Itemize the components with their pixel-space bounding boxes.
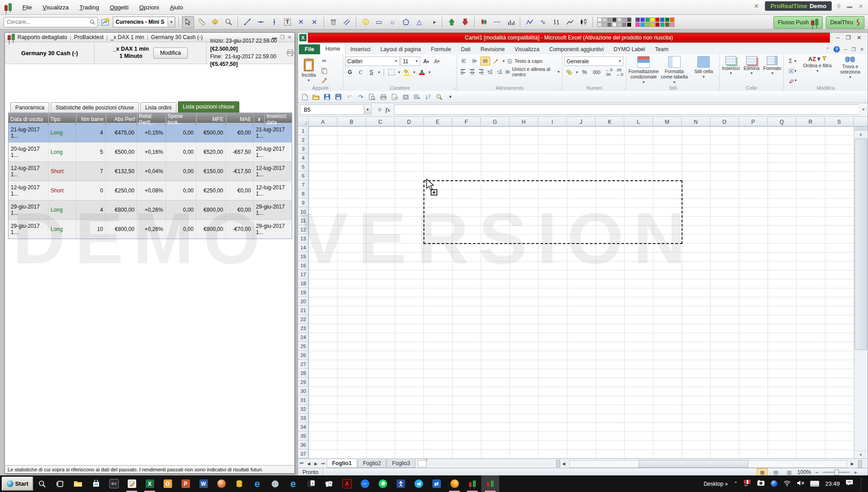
wave-tool[interactable]: ∿	[537, 16, 549, 28]
tab-visualizza[interactable]: Visualizza	[510, 44, 544, 54]
search-box[interactable]	[4, 17, 98, 27]
font-color-button[interactable]: A	[417, 68, 427, 77]
ellipse-tool[interactable]: ○	[386, 16, 398, 28]
app-grid-tray-icon[interactable]: 1A+	[743, 479, 751, 488]
firefox-icon[interactable]	[445, 475, 463, 492]
telegram-icon[interactable]	[410, 475, 428, 492]
color-swatch[interactable]	[670, 17, 674, 22]
color-swatch[interactable]	[622, 22, 626, 27]
row-header-21[interactable]: 21	[298, 306, 309, 315]
zigzag-tool[interactable]	[523, 16, 535, 28]
chevron-down-icon[interactable]: ▼	[413, 70, 416, 74]
whatsapp-icon[interactable]	[374, 475, 392, 492]
row-header-22[interactable]: 22	[298, 315, 309, 324]
color-swatch[interactable]	[650, 22, 655, 27]
row-header-11[interactable]: 11	[298, 216, 309, 225]
help-icon[interactable]: ?	[833, 46, 840, 52]
dialog-launcher-icon[interactable]: ⌟	[623, 86, 625, 90]
zoom-slider-thumb[interactable]	[834, 470, 839, 475]
save-icon[interactable]	[323, 93, 331, 101]
chevron-down-icon[interactable]: ▼	[377, 70, 381, 74]
formula-input[interactable]	[394, 104, 859, 115]
redo-icon[interactable]: ↷	[357, 93, 365, 101]
italic-button[interactable]: C	[356, 68, 366, 77]
edge-taskbar-icon[interactable]: e	[248, 475, 266, 492]
delete-objects-tool[interactable]	[327, 16, 339, 28]
color-swatch[interactable]	[665, 22, 669, 27]
table-row[interactable]: 29-giu-2017 1...Long4€800,00+0,26%0,00€8…	[9, 200, 292, 219]
file-explorer-icon[interactable]	[69, 475, 87, 492]
color-swatch[interactable]	[597, 22, 602, 27]
tab-dymo-label[interactable]: DYMO Label	[609, 44, 650, 54]
channel-tool[interactable]	[341, 16, 353, 28]
expand-formula-bar-icon[interactable]: ▼	[859, 108, 868, 112]
borders-button[interactable]	[387, 68, 397, 77]
menu-aiuto[interactable]: Aiuto	[170, 4, 183, 11]
insert-cells-button[interactable]: Inserisci▼	[721, 56, 740, 85]
column-header-S[interactable]: S	[825, 118, 854, 126]
tab-file[interactable]: File	[299, 44, 320, 54]
color-swatch[interactable]	[670, 22, 674, 27]
row-header-2[interactable]: 2	[298, 135, 309, 144]
close-panel-icon[interactable]: ✕	[751, 3, 761, 9]
row-header-7[interactable]: 7	[298, 180, 309, 189]
sync-app-icon[interactable]: ⇄	[428, 475, 445, 492]
column-header-J[interactable]: J	[567, 118, 596, 126]
autosum-button[interactable]: Σ ▼	[786, 57, 800, 65]
column-header-R[interactable]: R	[796, 118, 825, 126]
next-sheet-icon[interactable]: ▶	[312, 462, 320, 466]
row-header-8[interactable]: 8	[298, 189, 309, 198]
row-header-13[interactable]: 13	[298, 234, 309, 243]
excel-taskbar-icon[interactable]: X	[141, 475, 159, 492]
row-header-9[interactable]: 9	[298, 198, 309, 207]
fibonacci-tool[interactable]: ✕	[295, 16, 307, 28]
font-name-combo[interactable]: Calibri▼	[345, 57, 400, 66]
menu-opzioni[interactable]: Opzioni	[139, 4, 159, 11]
touch-keyboard-tray-icon[interactable]	[810, 481, 819, 487]
save-as-icon[interactable]	[334, 93, 342, 101]
cells-area[interactable]	[309, 126, 854, 458]
split-handle[interactable]	[854, 126, 868, 131]
decrease-indent-button[interactable]	[486, 67, 494, 76]
alert-bell-tool[interactable]	[209, 16, 221, 28]
column-header-H[interactable]: H	[510, 118, 538, 126]
increase-indent-button[interactable]	[496, 67, 504, 76]
instrument-selector[interactable]: Currencies - Mini S ▼	[113, 17, 175, 27]
color-swatch[interactable]	[660, 22, 665, 27]
column-header-C[interactable]: C	[366, 118, 395, 126]
excel-maximize-icon[interactable]: ❐	[846, 35, 851, 41]
show-desktop-label[interactable]: Desktop »	[704, 481, 728, 487]
color-swatch[interactable]	[650, 17, 655, 22]
select-all-corner[interactable]	[298, 118, 309, 126]
rectangle-tool[interactable]: ▭	[373, 16, 385, 28]
format-as-table-button[interactable]: Formatta come tabella▼	[661, 56, 688, 85]
row-header-37[interactable]: 37	[298, 449, 309, 458]
row-header-18[interactable]: 18	[298, 279, 309, 288]
horizontal-scroll-thumb[interactable]	[639, 460, 748, 468]
action-center-icon[interactable]	[846, 479, 853, 488]
row-header-15[interactable]: 15	[298, 252, 309, 261]
flusso-push-button[interactable]: Flusso Push	[773, 16, 823, 29]
color-swatch[interactable]	[645, 22, 650, 27]
polygon-tool[interactable]	[400, 16, 412, 28]
tab-home[interactable]: Home	[320, 44, 345, 54]
outlook-taskbar-icon[interactable]: O	[159, 475, 177, 492]
column-header-P[interactable]: P	[739, 118, 768, 126]
row-header-36[interactable]: 36	[298, 440, 309, 449]
table-row[interactable]: 12-lug-2017 1...Short7€132,50+0,04%0,00€…	[9, 161, 292, 181]
bar-chart-style-tool[interactable]	[550, 16, 562, 28]
paste-button[interactable]: Incolla▼	[300, 56, 318, 85]
color-swatch[interactable]	[617, 22, 622, 27]
comma-style-button[interactable]: 000	[590, 68, 603, 77]
zoom-level[interactable]: 100%	[797, 469, 811, 475]
collapse-ribbon-icon[interactable]: ⌃	[825, 47, 829, 52]
tab-formule[interactable]: Formule	[426, 44, 456, 54]
orientation-button[interactable]	[491, 57, 501, 65]
globe-app-icon[interactable]	[266, 475, 284, 492]
open-file-icon[interactable]	[312, 93, 320, 101]
tab-lista-posizioni-chiuse[interactable]: Lista posizioni chiuse	[178, 101, 239, 113]
segment-tool[interactable]	[491, 16, 503, 28]
dialog-launcher-icon[interactable]: ⌟	[340, 86, 341, 90]
color-swatch[interactable]	[660, 17, 665, 22]
table-row[interactable]: 12-lug-2017 1...Short0€250,00+0,08%0,00€…	[9, 181, 292, 200]
